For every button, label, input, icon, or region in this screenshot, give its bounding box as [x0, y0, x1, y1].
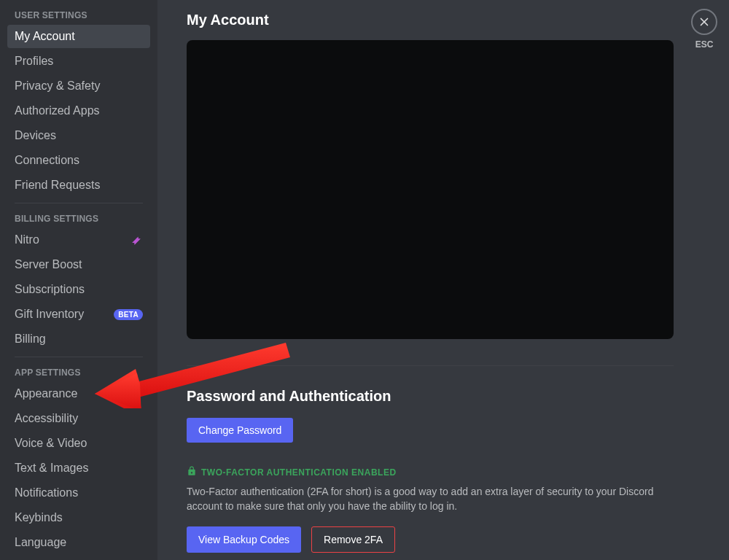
sidebar-item-label: Subscriptions: [15, 283, 85, 296]
twofa-enabled-label: Two-Factor Authentication Enabled: [201, 467, 397, 478]
sidebar-item-accessibility[interactable]: Accessibility: [7, 407, 150, 430]
sidebar-item-label: Profiles: [15, 55, 53, 68]
remove-2fa-button[interactable]: Remove 2FA: [311, 526, 395, 553]
sidebar-item-label: Devices: [15, 129, 56, 142]
sidebar-item-nitro[interactable]: Nitro: [7, 228, 150, 252]
sidebar-item-my-account[interactable]: My Account: [7, 25, 150, 48]
sidebar-item-label: Voice & Video: [15, 437, 87, 450]
close-settings-button[interactable]: ESC: [691, 9, 717, 50]
sidebar-item-appearance[interactable]: Appearance: [7, 382, 150, 405]
page-title: My Account: [187, 12, 700, 28]
sidebar-item-text-images[interactable]: Text & Images: [7, 456, 150, 480]
twofa-description: Two-Factor authentication (2FA for short…: [187, 485, 668, 513]
close-icon: [691, 9, 717, 35]
sidebar-item-label: Text & Images: [15, 462, 88, 475]
sidebar-divider: [15, 357, 143, 357]
sidebar-item-label: Accessibility: [15, 412, 78, 425]
sidebar-item-label: Billing: [15, 332, 46, 346]
lock-icon: [187, 466, 197, 479]
sidebar-item-connections[interactable]: Connections: [7, 149, 150, 172]
sidebar-item-label: My Account: [15, 30, 75, 43]
sidebar-item-label: Notifications: [15, 486, 78, 499]
sidebar-item-keybinds[interactable]: Keybinds: [7, 506, 150, 529]
section-header-user-settings: User Settings: [7, 6, 150, 25]
sidebar-item-authorized-apps[interactable]: Authorized Apps: [7, 99, 150, 122]
sidebar-item-label: Gift Inventory: [15, 308, 84, 321]
svg-point-0: [136, 238, 139, 240]
sidebar-item-label: Nitro: [15, 233, 39, 246]
section-header-billing-settings: Billing Settings: [7, 209, 150, 228]
sidebar-item-voice-video[interactable]: Voice & Video: [7, 432, 150, 455]
sidebar-item-label: Friend Requests: [15, 179, 100, 192]
sidebar-item-subscriptions[interactable]: Subscriptions: [7, 278, 150, 301]
sidebar-item-profiles[interactable]: Profiles: [7, 50, 150, 73]
main-content: My Account Password and Authentication C…: [157, 0, 729, 560]
sidebar-item-language[interactable]: Language: [7, 531, 150, 554]
sidebar-item-notifications[interactable]: Notifications: [7, 481, 150, 505]
nitro-icon: [131, 235, 141, 245]
sidebar-item-label: Language: [15, 536, 66, 549]
sidebar-item-privacy-safety[interactable]: Privacy & Safety: [7, 74, 150, 98]
section-header-app-settings: App Settings: [7, 363, 150, 382]
sidebar-item-server-boost[interactable]: Server Boost: [7, 253, 150, 276]
esc-label: ESC: [695, 39, 714, 50]
sidebar-item-gift-inventory[interactable]: Gift Inventory BETA: [7, 303, 150, 326]
profile-card: [187, 40, 674, 339]
sidebar-item-label: Keybinds: [15, 511, 63, 524]
sidebar-divider: [15, 203, 143, 203]
change-password-button[interactable]: Change Password: [187, 418, 293, 443]
sidebar-item-label: Appearance: [15, 387, 77, 400]
content-divider: [187, 365, 674, 366]
twofa-button-row: View Backup Codes Remove 2FA: [187, 526, 700, 553]
password-section-title: Password and Authentication: [187, 388, 700, 405]
sidebar-item-label: Connections: [15, 154, 79, 167]
sidebar-item-billing[interactable]: Billing: [7, 327, 150, 351]
sidebar-item-label: Authorized Apps: [15, 104, 100, 117]
settings-sidebar: User Settings My Account Profiles Privac…: [0, 0, 157, 560]
sidebar-item-friend-requests[interactable]: Friend Requests: [7, 174, 150, 197]
sidebar-item-label: Privacy & Safety: [15, 79, 100, 93]
twofa-header: Two-Factor Authentication Enabled: [187, 466, 700, 479]
sidebar-item-label: Server Boost: [15, 258, 82, 271]
beta-badge: BETA: [114, 309, 143, 320]
sidebar-item-devices[interactable]: Devices: [7, 124, 150, 147]
view-backup-codes-button[interactable]: View Backup Codes: [187, 526, 301, 553]
